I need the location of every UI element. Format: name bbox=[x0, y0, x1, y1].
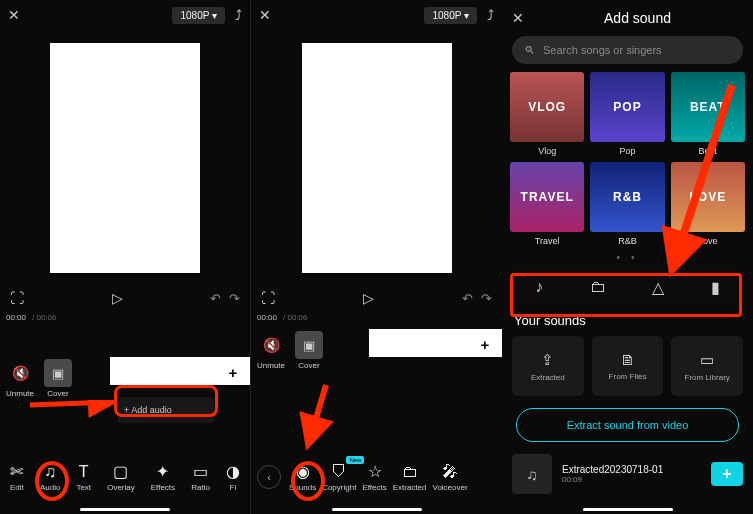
sound-tabs: ♪ 🗀 △ ▮ bbox=[512, 269, 743, 305]
export-icon[interactable]: ⤴ bbox=[487, 7, 494, 23]
genre-tag: VLOG bbox=[528, 100, 566, 114]
genre-card-rnb[interactable]: R&BR&B bbox=[590, 162, 664, 246]
genre-tag: BEAT bbox=[690, 100, 726, 114]
add-track-button[interactable]: + bbox=[711, 462, 743, 486]
source-label: From Files bbox=[609, 372, 647, 381]
toolbar-edit[interactable]: ✄Edit bbox=[10, 462, 24, 492]
source-label: From Library bbox=[685, 373, 730, 382]
toolbar-audio[interactable]: ♫Audio bbox=[40, 463, 60, 492]
search-icon: 🔍︎ bbox=[524, 44, 535, 56]
resolution-button[interactable]: 1080P ▾ bbox=[424, 7, 477, 24]
resolution-button[interactable]: 1080P ▾ bbox=[172, 7, 225, 24]
add-audio-label: + Add audio bbox=[124, 405, 172, 415]
close-icon[interactable]: ✕ bbox=[259, 7, 271, 23]
folder-tab-icon[interactable]: 🗀 bbox=[590, 278, 606, 296]
toolbar-text[interactable]: TText bbox=[76, 463, 91, 492]
timecode-total: / 00:06 bbox=[32, 313, 56, 322]
genre-label: Beat bbox=[699, 146, 718, 156]
genre-card-beat[interactable]: BEATBeat bbox=[671, 72, 745, 156]
toolbar-filter[interactable]: ◑Fi bbox=[226, 462, 240, 492]
cover-label: Cover bbox=[47, 389, 68, 398]
toolbar-effects-label: Effects bbox=[362, 483, 386, 492]
play-icon[interactable]: ▷ bbox=[363, 290, 374, 306]
unmute-button[interactable] bbox=[6, 359, 34, 387]
bookmark-tab-icon[interactable]: ▮ bbox=[711, 278, 720, 297]
unmute-label: Unmute bbox=[257, 361, 285, 370]
redo-icon[interactable]: ↷ bbox=[481, 291, 492, 306]
genre-card-love[interactable]: LOVELove bbox=[671, 162, 745, 246]
unmute-button[interactable] bbox=[257, 331, 285, 359]
close-icon[interactable]: ✕ bbox=[8, 7, 20, 23]
genre-card-vlog[interactable]: VLOGVlog bbox=[510, 72, 584, 156]
blank-canvas bbox=[302, 43, 452, 273]
source-label: Extracted bbox=[531, 373, 565, 382]
source-from-files[interactable]: 🗎From Files bbox=[592, 336, 664, 396]
timecode-current: 00:00 bbox=[6, 313, 26, 322]
library-icon: ▭ bbox=[700, 351, 714, 369]
toolbar-effects[interactable]: ✦Effects bbox=[151, 462, 175, 492]
redo-icon[interactable]: ↷ bbox=[229, 291, 240, 306]
toolbar-effects[interactable]: ☆Effects bbox=[362, 462, 386, 492]
text-icon: T bbox=[79, 463, 89, 481]
toolbar-extracted-label: Extracted bbox=[393, 483, 427, 492]
genre-label: R&B bbox=[618, 236, 637, 246]
new-badge: New bbox=[346, 456, 364, 464]
star-icon: ☆ bbox=[368, 462, 382, 481]
source-extracted[interactable]: ⇪Extracted bbox=[512, 336, 584, 396]
search-placeholder: Search songs or singers bbox=[543, 44, 662, 56]
toolbar-sounds[interactable]: ◉Sounds bbox=[289, 462, 316, 492]
export-icon[interactable]: ⤴ bbox=[235, 7, 242, 23]
toolbar-copyright[interactable]: New⛉Copyright bbox=[322, 463, 356, 492]
music-note-icon: ♫ bbox=[44, 463, 56, 481]
track-name: Extracted20230718-01 bbox=[562, 464, 701, 475]
extract-icon: ⇪ bbox=[541, 351, 554, 369]
home-indicator bbox=[80, 508, 170, 511]
source-from-library[interactable]: ▭From Library bbox=[671, 336, 743, 396]
genre-label: Love bbox=[698, 236, 718, 246]
genre-label: Vlog bbox=[538, 146, 556, 156]
timecode-current: 00:00 bbox=[257, 313, 277, 322]
add-audio-button[interactable]: + Add audio bbox=[118, 397, 214, 423]
add-clip-button[interactable]: + bbox=[474, 333, 496, 355]
blank-canvas bbox=[50, 43, 200, 273]
home-indicator bbox=[583, 508, 673, 511]
overlay-icon: ▢ bbox=[113, 462, 128, 481]
track-thumb: ♫ bbox=[512, 454, 552, 494]
toolbar-ratio-label: Ratio bbox=[191, 483, 210, 492]
files-icon: 🗎 bbox=[620, 351, 635, 368]
extract-button-label: Extract sound from video bbox=[567, 419, 689, 431]
genre-label: Travel bbox=[535, 236, 560, 246]
add-clip-button[interactable]: + bbox=[222, 361, 244, 383]
close-icon[interactable]: ✕ bbox=[512, 10, 524, 26]
genre-card-travel[interactable]: TRAVELTravel bbox=[510, 162, 584, 246]
cover-label: Cover bbox=[298, 361, 319, 370]
toolbar-overlay[interactable]: ▢Overlay bbox=[107, 462, 135, 492]
toolbar-audio-label: Audio bbox=[40, 483, 60, 492]
home-indicator bbox=[332, 508, 422, 511]
fullscreen-icon[interactable]: ⛶ bbox=[261, 290, 275, 306]
play-icon[interactable]: ▷ bbox=[112, 290, 123, 306]
cover-button[interactable] bbox=[295, 331, 323, 359]
toolbar-voiceover[interactable]: 🎤︎Voiceover bbox=[433, 463, 468, 492]
cover-button[interactable] bbox=[44, 359, 72, 387]
scissors-icon: ✄ bbox=[10, 462, 23, 481]
back-button[interactable]: ‹ bbox=[257, 465, 281, 489]
tiktok-tab-icon[interactable]: ♪ bbox=[535, 278, 543, 296]
search-input[interactable]: 🔍︎ Search songs or singers bbox=[512, 36, 743, 64]
genre-label: Pop bbox=[619, 146, 635, 156]
flame-tab-icon[interactable]: △ bbox=[652, 278, 664, 297]
fullscreen-icon[interactable]: ⛶ bbox=[10, 290, 24, 306]
undo-icon[interactable]: ↶ bbox=[210, 291, 221, 306]
toolbar-ratio[interactable]: ▭Ratio bbox=[191, 462, 210, 492]
extract-sound-button[interactable]: Extract sound from video bbox=[516, 408, 739, 442]
ratio-icon: ▭ bbox=[193, 462, 208, 481]
genre-tag: TRAVEL bbox=[521, 190, 574, 204]
panel-title: Add sound bbox=[532, 10, 743, 26]
undo-icon[interactable]: ↶ bbox=[462, 291, 473, 306]
genre-card-pop[interactable]: POPPop bbox=[590, 72, 664, 156]
genre-tag: LOVE bbox=[689, 190, 726, 204]
toolbar-extracted[interactable]: 🗀Extracted bbox=[393, 463, 427, 492]
track-row[interactable]: ♫ Extracted20230718-01 00:09 + bbox=[512, 454, 743, 494]
track-duration: 00:09 bbox=[562, 475, 701, 484]
toolbar-voiceover-label: Voiceover bbox=[433, 483, 468, 492]
